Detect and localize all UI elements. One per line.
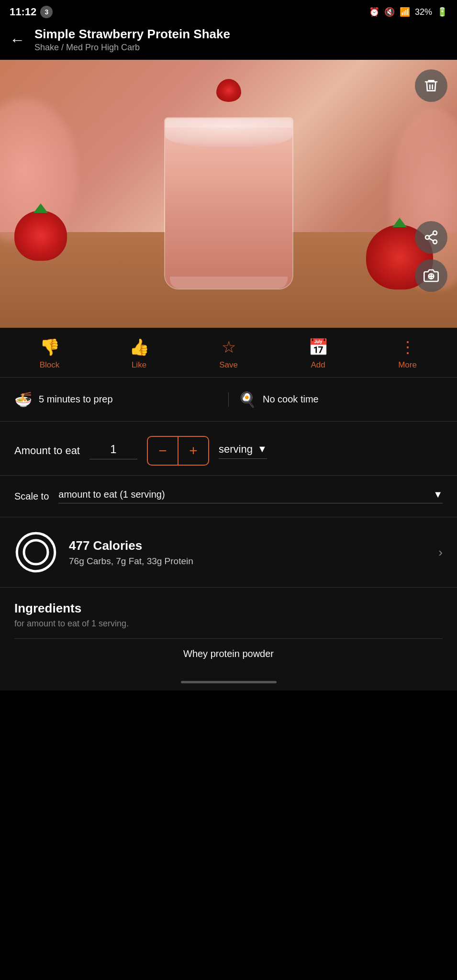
nutrition-section[interactable]: 477 Calories 76g Carbs, 7g Fat, 33g Prot… — [0, 517, 457, 588]
scale-label: Scale to — [14, 491, 49, 502]
info-divider — [228, 392, 229, 407]
back-button[interactable]: ← — [10, 31, 25, 49]
star-icon: ☆ — [222, 337, 236, 356]
ingredients-section: Ingredients for amount to eat of 1 servi… — [0, 588, 457, 674]
recipe-title: Simple Strawberry Protein Shake — [34, 27, 230, 42]
macros-text: 76g Carbs, 7g Fat, 33g Protein — [69, 556, 427, 567]
scale-row: Scale to amount to eat (1 serving) ▼ — [14, 489, 443, 503]
prep-time-item: 🍜 5 minutes to prep — [14, 391, 219, 408]
save-action[interactable]: ☆ Save — [210, 337, 248, 370]
add-label: Add — [311, 360, 325, 370]
scale-select[interactable]: amount to eat (1 serving) ▼ — [58, 489, 443, 503]
svg-point-4 — [24, 540, 48, 564]
cook-icon: 🍳 — [238, 391, 256, 408]
add-action[interactable]: 📅 Add — [299, 337, 337, 370]
amount-label: Amount to eat — [14, 445, 80, 457]
nutrition-pie-chart — [14, 531, 57, 574]
cook-time-item: 🍳 No cook time — [238, 391, 443, 408]
header: ← Simple Strawberry Protein Shake Shake … — [0, 22, 457, 60]
stepper: − + — [147, 436, 209, 466]
straw-top-body — [216, 79, 241, 102]
unit-text: serving — [219, 443, 253, 456]
nutrition-text: 477 Calories 76g Carbs, 7g Fat, 33g Prot… — [69, 538, 427, 567]
prep-time-text: 5 minutes to prep — [39, 394, 113, 405]
status-right: ⏰ 🔇 📶 32% 🔋 — [369, 7, 447, 17]
time: 11:12 — [10, 6, 36, 18]
scroll-indicator — [0, 674, 457, 690]
glass-base — [170, 277, 288, 289]
scale-value: amount to eat (1 serving) — [58, 489, 165, 500]
more-action[interactable]: ⋮ More — [389, 337, 427, 370]
decrement-button[interactable]: − — [148, 437, 178, 465]
amount-row: Amount to eat 1 − + serving ▼ — [14, 436, 443, 466]
calendar-icon: 📅 — [308, 337, 328, 356]
battery: 32% — [415, 7, 432, 17]
header-text: Simple Strawberry Protein Shake Shake / … — [34, 27, 230, 53]
like-label: Like — [132, 360, 146, 370]
prep-icon: 🍜 — [14, 391, 32, 408]
cook-time-text: No cook time — [263, 394, 319, 405]
scale-dropdown-arrow: ▼ — [433, 489, 443, 500]
ingredients-title: Ingredients — [14, 601, 443, 616]
amount-section: Amount to eat 1 − + serving ▼ — [0, 422, 457, 476]
notification-badge: 3 — [40, 6, 53, 18]
share-button[interactable]: path{fill:none;stroke:#fff;stroke-width:… — [415, 221, 447, 254]
camera-add-button[interactable]: path,circle{fill:none;stroke:#fff;stroke… — [415, 259, 447, 292]
recipe-subtitle: Shake / Med Pro High Carb — [34, 43, 230, 53]
action-bar: 👎 Block 👍 Like ☆ Save 📅 Add ⋮ More — [0, 328, 457, 378]
amount-value[interactable]: 1 — [89, 443, 137, 459]
glass-rim — [165, 118, 292, 128]
ingredient-item: Whey protein powder — [14, 638, 443, 669]
trash-icon: path{fill:none;stroke:#fff;stroke-width:… — [424, 78, 439, 93]
increment-button[interactable]: + — [178, 437, 208, 465]
mute-icon: 🔇 — [384, 7, 395, 17]
scale-section: Scale to amount to eat (1 serving) ▼ — [0, 476, 457, 517]
main-glass — [155, 89, 303, 290]
info-row: 🍜 5 minutes to prep 🍳 No cook time — [0, 378, 457, 422]
wifi-icon: 📶 — [400, 7, 410, 17]
strawberry-left — [14, 211, 67, 261]
strawberry-top — [214, 75, 243, 101]
camera-add-icon: path,circle{fill:none;stroke:#fff;stroke… — [424, 268, 439, 283]
block-action[interactable]: 👎 Block — [31, 337, 69, 370]
unit-dropdown-arrow: ▼ — [257, 444, 267, 455]
alarm-icon: ⏰ — [369, 7, 379, 17]
delete-button[interactable]: path{fill:none;stroke:#fff;stroke-width:… — [415, 69, 447, 102]
thumbs-down-icon: 👎 — [40, 337, 60, 356]
hero-image: path{fill:none;stroke:#fff;stroke-width:… — [0, 60, 457, 328]
thumbs-up-icon: 👍 — [129, 337, 149, 356]
block-label: Block — [40, 360, 60, 370]
status-bar: 11:12 3 ⏰ 🔇 📶 32% 🔋 — [0, 0, 457, 22]
battery-icon: 🔋 — [437, 7, 447, 17]
ingredients-subtitle: for amount to eat of 1 serving. — [14, 619, 443, 629]
calories-text: 477 Calories — [69, 538, 427, 553]
nutrition-nav-arrow: › — [438, 545, 443, 560]
share-icon: path{fill:none;stroke:#fff;stroke-width:… — [424, 230, 439, 245]
unit-select[interactable]: serving ▼ — [219, 443, 267, 459]
scroll-bar — [181, 681, 277, 683]
more-label: More — [398, 360, 417, 370]
like-action[interactable]: 👍 Like — [120, 337, 158, 370]
more-icon: ⋮ — [400, 337, 416, 356]
save-label: Save — [219, 360, 238, 370]
glass-body — [164, 117, 293, 290]
status-left: 11:12 3 — [10, 6, 53, 18]
